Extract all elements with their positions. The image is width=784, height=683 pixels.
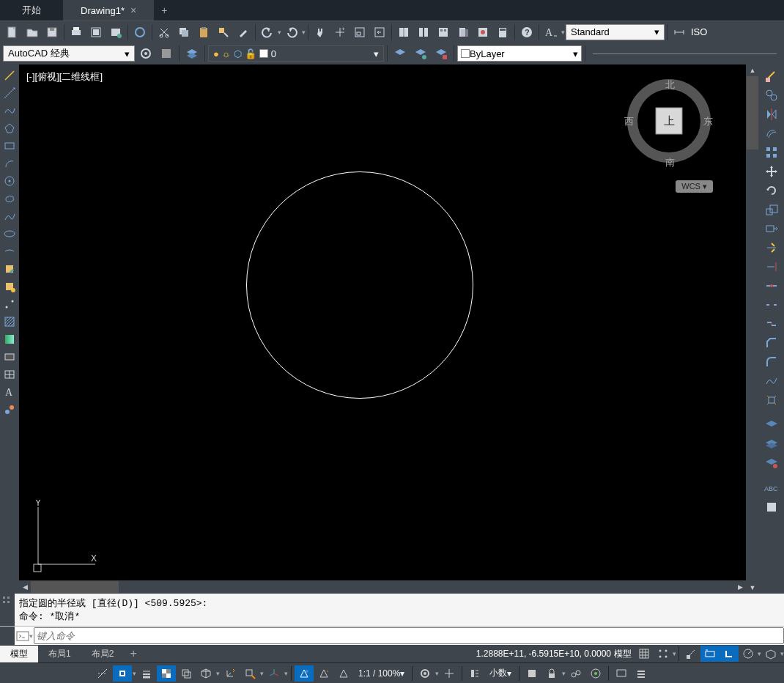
scroll-right-icon[interactable]: ▶ [734,580,746,594]
vscroll-thumb[interactable] [747,76,758,149]
insert-block-tool[interactable] [1,261,18,277]
find-button[interactable] [761,498,782,516]
ellipse-arc-tool[interactable] [1,243,18,259]
quickcalc-button[interactable] [493,23,512,42]
lineweight-button[interactable] [137,665,156,682]
ortho-button[interactable] [720,646,739,662]
annotation-monitor-button[interactable] [440,665,459,682]
tab-add-button[interactable]: + [154,0,174,21]
tab-drawing1[interactable]: Drawing1* × [63,0,154,21]
units-button[interactable] [465,665,484,682]
tab-layout2[interactable]: 布局2 [81,646,125,662]
array-tool[interactable] [761,144,782,161]
command-grip[interactable] [0,627,15,645]
tab-layout1[interactable]: 布局1 [38,646,81,662]
print-button[interactable] [67,23,86,42]
blend-curves-tool[interactable] [761,372,782,390]
stretch-tool[interactable] [761,220,782,237]
break-at-point-tool[interactable] [761,277,782,295]
model-space-button[interactable]: 模型 [611,648,635,660]
scale-tool[interactable] [761,201,782,218]
hardware-accel-button[interactable] [586,665,605,682]
revision-cloud-tool[interactable] [1,191,18,207]
markup-set-button[interactable] [473,23,492,42]
units-dropdown[interactable]: 小数 ▾ [485,667,516,679]
cut-button[interactable] [155,23,174,42]
redo-button[interactable] [282,23,301,42]
drawing-canvas[interactable]: [-][俯视][二维线框] 北 南 西 东 上 WCS ▾ Y X [19,64,746,580]
view-cube[interactable]: 北 南 西 东 上 [621,73,717,169]
layer-stack-2-button[interactable] [761,435,782,453]
layer-dropdown[interactable]: ● ☼ ⬡ 🔓 0 ▾ [208,45,384,62]
tab-model[interactable]: 模型 [0,646,38,662]
workspace-settings-button[interactable] [136,44,155,63]
help-button[interactable]: ? [517,23,536,42]
grid-button[interactable] [635,646,654,662]
mirror-tool[interactable] [761,106,782,123]
open-file-button[interactable] [23,23,42,42]
osnap-track-button[interactable] [93,665,112,682]
design-center-button[interactable] [414,23,433,42]
copy-button[interactable] [174,23,193,42]
text-style-dropdown[interactable]: Standard ▾ [566,24,665,40]
autodesk-360-button[interactable] [130,23,149,42]
rotate-tool[interactable] [761,182,782,199]
dynamic-ucs-button[interactable] [221,665,240,682]
attach-tool[interactable] [1,402,18,418]
sheet-set-manager-button[interactable] [454,23,473,42]
wcs-badge[interactable]: WCS ▾ [676,180,713,193]
layer-stack-1-button[interactable] [761,416,782,434]
table-tool[interactable] [1,366,18,383]
match-properties-button[interactable] [214,23,233,42]
3d-osnap-button[interactable] [196,665,215,682]
paste-button[interactable] [194,23,213,42]
linetype-preview[interactable] [593,53,777,54]
workspace-gear-button[interactable] [415,665,434,682]
selection-cycling-button[interactable] [177,665,196,682]
layer-isolate-button[interactable] [432,44,451,63]
vertical-scrollbar[interactable]: ▲ ▼ [746,64,759,594]
transparency-button[interactable] [157,665,176,682]
plot-preview-button[interactable] [86,23,106,42]
layer-stack-3-button[interactable] [761,454,782,472]
region-tool[interactable] [1,349,18,365]
layer-previous-button[interactable] [391,44,410,63]
workspace-save-button[interactable] [157,44,176,63]
ucs-icon[interactable]: Y X [29,500,103,573]
coordinates-readout[interactable]: 1.2888E+11, -6.5915E+10, 0.0000 [476,649,611,659]
lock-ui-button[interactable] [542,665,561,682]
drawn-circle[interactable] [246,171,473,399]
arc-tool[interactable] [1,155,18,171]
undo-button[interactable] [258,23,277,42]
trim-tool[interactable] [761,239,782,256]
scroll-down-icon[interactable]: ▼ [746,582,759,594]
polyline-tool[interactable] [1,103,18,119]
chamfer-tool[interactable] [761,334,782,352]
color-control-dropdown[interactable]: ByLayer ▾ [457,45,582,62]
selection-filter-button[interactable] [240,665,259,682]
zoom-realtime-button[interactable]: + [330,23,350,42]
construction-line-tool[interactable] [1,85,18,101]
layer-state-button[interactable] [411,44,430,63]
join-tool[interactable] [761,315,782,333]
scroll-up-icon[interactable]: ▲ [746,64,759,76]
hatch-tool[interactable] [1,314,18,330]
erase-tool[interactable] [761,67,782,85]
explode-tool[interactable] [761,391,782,409]
rectangle-tool[interactable] [1,138,18,154]
viewport-label[interactable]: [-][俯视][二维线框] [26,70,103,84]
command-input[interactable] [34,627,784,644]
paintbrush-button[interactable] [234,23,253,42]
clean-screen-button[interactable] [612,665,631,682]
dim-style-button[interactable] [670,23,689,42]
hscroll-thumb[interactable] [31,581,119,593]
line-tool[interactable] [1,67,18,84]
isolate-objects-button[interactable] [566,665,585,682]
annotation-visibility-button[interactable] [295,665,314,682]
move-tool[interactable] [761,163,782,180]
dynamic-input-button[interactable] [700,646,720,662]
mtext-tool[interactable]: A [1,384,18,400]
auto-scale-button[interactable] [314,665,333,682]
layer-manager-button[interactable] [182,44,201,63]
make-block-tool[interactable] [1,278,18,295]
